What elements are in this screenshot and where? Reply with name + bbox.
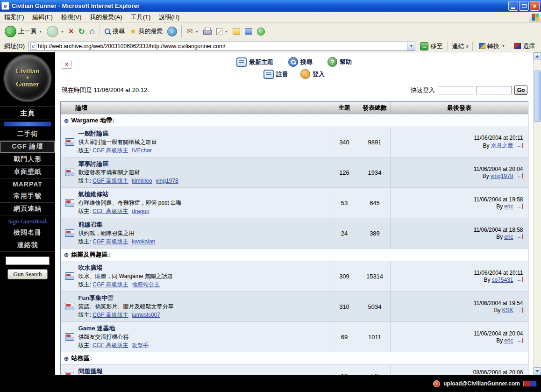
sidebar-item-wallpapers[interactable]: 卓面壁紙 [0, 166, 55, 178]
moderator-link[interactable]: kimkileo [132, 178, 152, 184]
category-expand-icon[interactable]: ⊕ [64, 251, 69, 258]
mail-dropdown-icon[interactable]: ▼ [195, 30, 199, 33]
scrollbar-track[interactable] [534, 60, 541, 367]
links-button[interactable]: 連結 » [450, 42, 470, 50]
moderator-link[interactable]: CGF 高級版主 [93, 147, 128, 154]
vertical-scrollbar[interactable] [533, 52, 541, 375]
last-post-user[interactable]: KSK [502, 307, 513, 314]
sidebar-item-marpat[interactable]: MARPAT [0, 178, 55, 190]
last-post-user[interactable]: ying1978 [491, 173, 513, 179]
moderator-link[interactable]: 攻擊手 [132, 342, 149, 349]
gun-search-button[interactable]: Gun Search [7, 269, 48, 279]
sidebar-item-cgf-forum[interactable]: CGF 論壇 [0, 141, 55, 153]
goto-last-post-icon[interactable]: → [517, 173, 523, 178]
sidebar-item-view-roster[interactable]: 檢閱名冊 [0, 227, 55, 239]
scroll-down-button[interactable] [534, 367, 541, 375]
back-dropdown-icon[interactable]: ▼ [39, 30, 42, 33]
menu-favorites[interactable]: 我的最愛(A) [85, 12, 126, 23]
last-post-user[interactable]: 水月之應 [491, 142, 513, 150]
moderator-link[interactable]: CGF 高級版主 [93, 312, 128, 318]
help-button[interactable]: ? 幫助 [327, 57, 352, 67]
sidebar-item-web-links[interactable]: 網頁連結 [0, 203, 55, 215]
quick-login-go-button[interactable]: Go [514, 86, 527, 95]
address-dropdown-button[interactable]: ▼ [407, 42, 415, 50]
messenger-button[interactable] [255, 27, 267, 36]
last-post-user[interactable]: eric [504, 234, 513, 240]
forward-button[interactable]: → ▼ [44, 25, 66, 38]
menu-view[interactable]: 檢視(V) [57, 12, 85, 23]
menu-edit[interactable]: 編輯(E) [28, 12, 57, 23]
category-expand-icon[interactable]: ⊕ [64, 355, 69, 362]
minimize-button[interactable] [508, 1, 518, 11]
search-button[interactable]: 搜尋 [102, 26, 127, 36]
moderator-link[interactable]: CGF 高級版主 [93, 208, 128, 214]
go-button[interactable]: → 移至 [417, 42, 445, 51]
edit-dropdown-icon[interactable]: ▼ [225, 30, 228, 33]
close-button[interactable]: × [530, 1, 540, 11]
forum-link[interactable]: 氣槍維修站 [78, 190, 182, 199]
forward-dropdown-icon[interactable]: ▼ [61, 30, 64, 33]
sidebar-search-input[interactable] [6, 257, 50, 265]
register-button[interactable]: 註冊 [263, 69, 288, 79]
goto-last-post-icon[interactable]: → [517, 143, 523, 148]
convert-dropdown-icon[interactable]: ▼ [502, 44, 505, 48]
category-expand-icon[interactable]: ⊕ [64, 117, 69, 124]
sidebar-item-hand-signals[interactable]: 常用手號 [0, 190, 55, 203]
convert-button[interactable]: 轉換 ▼ [475, 42, 509, 50]
forum-link[interactable]: Game 迷基地 [78, 324, 151, 333]
forum-link[interactable]: 一般討論區 [78, 129, 157, 138]
maximize-button[interactable] [519, 1, 529, 11]
menu-file[interactable]: 檔案(F) [0, 12, 28, 23]
moderator-link[interactable]: dragon [132, 208, 149, 214]
moderator-link[interactable]: kwokalan [132, 238, 155, 245]
quick-login-username-input[interactable] [438, 86, 473, 94]
moderator-link[interactable]: jamesls007 [132, 312, 160, 318]
goto-last-post-icon[interactable]: → [517, 277, 523, 282]
moderator-link[interactable]: CGF 高級版主 [93, 238, 128, 245]
discuss-button[interactable] [230, 27, 242, 36]
login-button[interactable]: → 登入 [300, 69, 325, 79]
favorites-button[interactable]: ★ 我的最愛 [127, 26, 165, 37]
moderator-link[interactable]: CGF 高級版主 [93, 178, 128, 184]
quick-login-password-input[interactable] [476, 86, 512, 94]
last-post-user[interactable]: so75431 [491, 277, 513, 283]
last-post-user[interactable]: eric [504, 203, 513, 210]
forum-link[interactable]: 吹水廣場 [78, 264, 173, 272]
latest-topics-button[interactable]: 最新主題 [236, 57, 273, 67]
upload-email-link[interactable]: upload@CivilianGunner.com [443, 380, 520, 387]
goto-last-post-icon[interactable]: → [517, 307, 523, 313]
forum-link[interactable]: 前線召集 [78, 221, 157, 229]
media-button[interactable]: ♪ [165, 26, 179, 37]
moderator-link[interactable]: 地厘蛇公主 [132, 281, 160, 288]
moderator-link[interactable]: CGF 高級版主 [93, 342, 128, 349]
sidebar-item-secondhand-street[interactable]: 二手街 [0, 128, 55, 141]
scroll-up-button[interactable] [534, 52, 541, 60]
back-button[interactable]: ← 上一頁 ▼ [2, 25, 44, 38]
goto-last-post-icon[interactable]: → [517, 234, 523, 239]
goto-last-post-icon[interactable]: → [517, 204, 523, 209]
sidebar-item-home[interactable]: 主頁 [0, 107, 55, 120]
moderator-link[interactable]: CGF 高級版主 [93, 281, 128, 288]
forum-link[interactable]: 軍事討論區 [78, 160, 180, 168]
address-input[interactable] [38, 43, 407, 50]
forum-link[interactable]: 問題匯報 [78, 367, 151, 375]
goto-last-post-icon[interactable]: → [517, 338, 523, 343]
moderator-link[interactable]: IVEchar [132, 147, 152, 154]
mail-button[interactable]: ✉ ▼ [184, 26, 200, 37]
select-button[interactable]: 選擇 [511, 42, 539, 50]
scrollbar-thumb[interactable] [534, 71, 541, 122]
menu-tools[interactable]: 工具(T) [127, 12, 155, 23]
sidebar-item-action-figures[interactable]: 戰鬥人形 [0, 153, 55, 166]
edit-button[interactable]: ▼ [214, 27, 230, 36]
sidebar-item-contact-me[interactable]: 連絡我 [0, 239, 55, 252]
print-button[interactable] [201, 27, 214, 36]
last-post-user[interactable]: eric [504, 337, 513, 344]
sign-guestbook-link[interactable]: Sign GuestBook [8, 215, 47, 227]
home-button[interactable]: ⌂ [87, 25, 97, 37]
refresh-button[interactable]: ↻ [76, 26, 87, 37]
forum-search-button[interactable]: 搜尋 [288, 57, 313, 67]
site-logo[interactable]: Civilian + Gunner [6, 56, 50, 100]
stop-button[interactable]: × [66, 26, 76, 36]
menu-help[interactable]: 說明(H) [155, 12, 184, 23]
forum-link[interactable]: Fun享集中營 [78, 294, 174, 302]
